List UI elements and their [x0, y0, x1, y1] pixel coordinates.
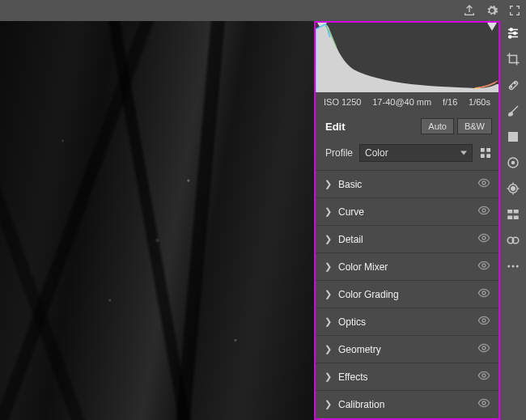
more-icon[interactable]: [506, 259, 520, 274]
visibility-icon[interactable]: [477, 314, 490, 329]
svg-point-4: [482, 181, 486, 185]
svg-rect-0: [481, 148, 485, 152]
chevron-right-icon: ❯: [322, 206, 333, 217]
svg-point-21: [515, 83, 516, 84]
visibility-icon[interactable]: [477, 397, 490, 412]
sliders-icon[interactable]: [506, 26, 520, 40]
section-label: Color Grading: [338, 289, 477, 300]
svg-point-18: [509, 36, 511, 38]
fullscreen-icon[interactable]: [508, 4, 521, 17]
svg-point-7: [482, 264, 486, 267]
profile-value: Color: [365, 147, 388, 159]
svg-rect-19: [509, 81, 519, 91]
visibility-icon[interactable]: [477, 342, 490, 357]
svg-point-20: [511, 87, 512, 88]
svg-rect-35: [514, 216, 519, 220]
profile-label: Profile: [325, 147, 353, 159]
brush-icon[interactable]: [506, 104, 520, 118]
gear-icon[interactable]: [486, 4, 498, 17]
auto-button[interactable]: Auto: [421, 118, 454, 134]
svg-point-40: [516, 265, 519, 268]
visibility-icon[interactable]: [477, 369, 490, 384]
visibility-icon[interactable]: [477, 259, 490, 274]
svg-point-11: [482, 374, 486, 377]
svg-rect-34: [507, 216, 512, 220]
section-label: Geometry: [338, 344, 477, 355]
top-toolbar: [0, 0, 526, 21]
export-icon[interactable]: [463, 4, 476, 17]
chevron-right-icon: ❯: [322, 289, 333, 299]
healing-icon[interactable]: [506, 78, 520, 92]
section-curve[interactable]: ❯ Curve: [316, 197, 498, 225]
visibility-icon[interactable]: [477, 176, 490, 192]
section-color-grading[interactable]: ❯ Color Grading: [316, 280, 498, 308]
exif-iso: ISO 1250: [324, 97, 361, 107]
section-label: Calibration: [338, 399, 477, 410]
svg-point-38: [507, 265, 510, 268]
svg-rect-2: [481, 154, 485, 158]
svg-rect-32: [507, 210, 512, 214]
visibility-icon[interactable]: [477, 204, 490, 219]
svg-point-16: [514, 32, 516, 35]
exif-lens: 17-40@40 mm: [372, 97, 431, 107]
section-effects[interactable]: ❯ Effects: [316, 363, 498, 390]
svg-rect-1: [486, 148, 490, 152]
svg-point-5: [482, 209, 486, 212]
section-label: Curve: [338, 206, 477, 218]
svg-point-12: [482, 401, 486, 405]
svg-point-10: [482, 346, 486, 350]
section-label: Basic: [338, 179, 477, 190]
profile-browser-icon[interactable]: [479, 146, 492, 159]
section-label: Optics: [338, 316, 477, 328]
section-label: Color Mixer: [338, 261, 477, 273]
svg-point-14: [510, 28, 512, 31]
chevron-right-icon: ❯: [322, 179, 333, 189]
image-canvas[interactable]: [0, 21, 314, 420]
svg-point-8: [482, 291, 486, 295]
svg-rect-22: [508, 132, 518, 142]
exif-shutter: 1/60s: [469, 97, 490, 107]
edit-accordion: ❯ Basic ❯ Curve ❯ Detail ❯ Color Mixer ❯: [316, 170, 498, 418]
section-label: Effects: [338, 371, 477, 383]
edit-title: Edit: [325, 121, 346, 133]
edit-panel: ISO 1250 17-40@40 mm f/16 1/60s Edit Aut…: [314, 21, 500, 420]
presets-icon[interactable]: [506, 207, 520, 222]
chevron-right-icon: ❯: [322, 234, 333, 244]
chevron-right-icon: ❯: [322, 261, 333, 272]
exif-row: ISO 1250 17-40@40 mm f/16 1/60s: [316, 92, 498, 112]
section-optics[interactable]: ❯ Optics: [316, 308, 498, 335]
edit-header: Edit AutoB&W: [316, 112, 498, 141]
chevron-right-icon: ❯: [322, 316, 333, 327]
svg-point-9: [482, 319, 486, 322]
right-toolbar: [500, 21, 526, 420]
profile-select[interactable]: Color: [359, 144, 473, 162]
chevron-right-icon: ❯: [322, 399, 333, 409]
profile-row: Profile Color: [316, 141, 498, 170]
svg-point-27: [511, 187, 515, 191]
section-label: Detail: [338, 234, 477, 245]
gradient-icon[interactable]: [506, 129, 520, 144]
snapshots-icon[interactable]: [506, 233, 520, 248]
visibility-icon[interactable]: [477, 286, 490, 302]
svg-point-39: [512, 265, 515, 268]
svg-rect-3: [486, 154, 490, 158]
section-basic[interactable]: ❯ Basic: [316, 170, 498, 197]
section-detail[interactable]: ❯ Detail: [316, 225, 498, 252]
section-color-mixer[interactable]: ❯ Color Mixer: [316, 252, 498, 280]
crop-icon[interactable]: [506, 52, 520, 66]
chevron-right-icon: ❯: [322, 371, 333, 382]
section-geometry[interactable]: ❯ Geometry: [316, 335, 498, 363]
exif-aperture: f/16: [443, 97, 457, 107]
svg-point-25: [512, 162, 515, 164]
redeye-icon[interactable]: [506, 181, 520, 196]
section-calibration[interactable]: ❯ Calibration: [316, 390, 498, 418]
histogram[interactable]: [316, 23, 498, 92]
svg-rect-33: [514, 210, 519, 214]
radial-icon[interactable]: [506, 155, 520, 170]
chevron-right-icon: ❯: [322, 344, 333, 354]
bw-button[interactable]: B&W: [457, 118, 492, 134]
visibility-icon[interactable]: [477, 231, 490, 247]
svg-point-6: [482, 236, 486, 240]
